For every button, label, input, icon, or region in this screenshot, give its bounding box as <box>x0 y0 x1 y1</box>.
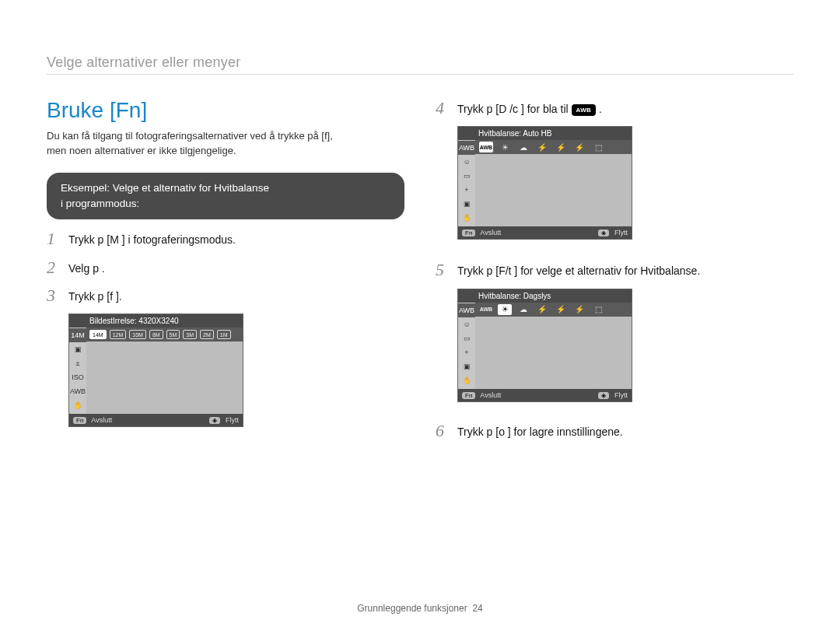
chip: 1M <box>217 330 231 339</box>
meter-icon: ▣ <box>458 359 475 373</box>
intro-line1: Du kan få tilgang til fotograferingsalte… <box>47 130 333 142</box>
face-icon: ☺ <box>458 317 475 331</box>
chip: 5M <box>166 330 180 339</box>
wb-option-icon: ☀ <box>498 142 512 152</box>
fn-button-label: Fn <box>73 417 86 424</box>
wb-option-icon: ☀ <box>498 304 512 315</box>
lcd-chip-row: 14M 12M 10M 8M 5M 3M 2M 1M <box>86 328 243 342</box>
intro-line2: men noen alternativer er ikke tilgjengel… <box>47 145 236 156</box>
wb-icon: AWB <box>69 384 86 398</box>
hand-icon: ✋ <box>458 373 475 387</box>
step-3: 3 Trykk p [f ]. <box>47 285 404 306</box>
face-icon: ☺ <box>458 155 475 169</box>
wb-option-icon: ⚡ <box>535 142 549 152</box>
lcd-wb-row: AWB ☀ ☁ ⚡ ⚡ ⚡ ⬚ <box>475 140 632 154</box>
nav-button-icon: ◈ <box>598 392 609 399</box>
fn-button-label: Fn <box>462 392 475 399</box>
wb-icon: AWB <box>458 141 475 155</box>
wb-option-icon: ⚡ <box>554 304 568 315</box>
wb-option-icon: ⚡ <box>535 304 549 315</box>
callout-line1: Eksempel: Velge et alternativ for Hvitba… <box>61 182 269 194</box>
focus-icon: + <box>458 345 475 359</box>
step-number: 4 <box>436 98 450 118</box>
intro-text: Du kan få tilgang til fotograferingsalte… <box>47 129 404 159</box>
iso2-icon: ISO <box>69 370 86 384</box>
area-icon: ▭ <box>458 169 475 183</box>
step-text: Trykk p [f ]. <box>68 285 122 304</box>
lcd-exit-label: Avslutt <box>480 391 501 399</box>
nav-button-icon: ◈ <box>598 229 609 236</box>
fn-button-label: Fn <box>462 229 475 236</box>
focus-icon: + <box>458 183 475 197</box>
footer-page-number: 24 <box>472 603 482 614</box>
lcd-move-label: Flytt <box>614 391 628 399</box>
lcd-exit-label: Avslutt <box>480 229 501 236</box>
right-column: 4 Trykk p [D /c ] for bla til AWB . ISO … <box>436 98 793 449</box>
quality-icon: ▣ <box>69 342 86 356</box>
wb-option-icon: ⚡ <box>572 142 586 152</box>
step-5: 5 Trykk p [F/t ] for velge et alternativ… <box>436 260 793 280</box>
lcd-bottombar: Fn Avslutt ◈ Flytt <box>69 414 243 426</box>
step-2: 2 Velg p . <box>47 257 404 278</box>
lcd-move-label: Flytt <box>614 229 628 236</box>
chip: 12M <box>110 330 127 339</box>
ev-icon: ± <box>69 356 86 370</box>
step-text: Trykk p [M ] i fotograferingsmodus. <box>68 229 236 247</box>
wb-option-icon: AWB <box>479 142 493 152</box>
step-1: 1 Trykk p [M ] i fotograferingsmodus. <box>47 229 404 249</box>
area-icon: ▭ <box>458 331 475 345</box>
hand-icon: ✋ <box>69 398 86 412</box>
step-text: Trykk p [F/t ] for velge et alternativ f… <box>457 260 700 278</box>
lcd-wb-row: AWB ☀ ☁ ⚡ ⚡ ⚡ ⬚ <box>475 303 632 317</box>
chip: 8M <box>149 330 163 339</box>
chip: 10M <box>129 330 146 339</box>
chip: 2M <box>200 330 214 339</box>
lcd-move-label: Flytt <box>226 416 239 424</box>
lcd-bottombar: Fn Avslutt ◈ Flytt <box>458 226 632 239</box>
wb-option-icon: ☁ <box>516 142 530 152</box>
wb-option-icon: ⬚ <box>591 304 605 315</box>
step-4: 4 Trykk p [D /c ] for bla til AWB . <box>436 98 793 118</box>
awb-badge-icon: AWB <box>572 104 597 117</box>
wb-option-icon: ⬚ <box>591 142 605 152</box>
step-text: Trykk p [D /c ] for bla til AWB . <box>457 98 602 117</box>
hand-icon: ✋ <box>458 211 475 225</box>
step-number: 1 <box>47 229 61 249</box>
step-number: 2 <box>47 257 61 278</box>
lcd-sidebar: ISO AWB ☺ ▭ + ▣ ✋ <box>458 289 475 389</box>
footer-label: Grunnleggende funksjoner <box>357 603 467 614</box>
meter-icon: ▣ <box>458 197 475 211</box>
size-icon: 14M <box>69 328 86 342</box>
step-text: Velg p . <box>68 257 105 276</box>
callout-line2: i programmodus: <box>61 198 139 209</box>
page-footer: Grunnleggende funksjoner 24 <box>0 603 840 614</box>
lcd-sidebar: ISO AWB ☺ ▭ + ▣ ✋ <box>458 127 475 226</box>
lcd-title: Hvitbalanse: Auto HB <box>458 127 632 140</box>
step-text: Trykk p [o ] for lagre innstillingene. <box>457 421 623 440</box>
wb-option-icon: AWB <box>479 304 493 315</box>
chip: 14M <box>89 330 107 339</box>
breadcrumb: Velge alternativer eller menyer <box>47 54 793 75</box>
step-4-text: Trykk p [D /c ] for bla til <box>457 103 572 115</box>
example-callout: Eksempel: Velge et alternativ for Hvitba… <box>47 173 404 220</box>
wb-option-icon: ☁ <box>516 304 530 315</box>
lcd-sidebar: ▲ 14M ▣ ± ISO AWB ✋ <box>69 314 86 414</box>
lcd-screenshot-wb-auto: ISO AWB ☺ ▭ + ▣ ✋ Hvitbalanse: Auto HB A… <box>457 126 632 240</box>
lcd-title: Hvitbalanse: Dagslys <box>458 289 632 303</box>
lcd-title: BildestIrrelse: 4320X3240 <box>69 314 243 328</box>
lcd-screenshot-wb-daylight: ISO AWB ☺ ▭ + ▣ ✋ Hvitbalanse: Dagslys A… <box>457 289 632 402</box>
step-number: 3 <box>47 285 61 306</box>
chip: 3M <box>183 330 197 339</box>
lcd-bottombar: Fn Avslutt ◈ Flytt <box>458 389 632 401</box>
step-4-dot: . <box>599 103 602 115</box>
lcd-screenshot-size: ▲ 14M ▣ ± ISO AWB ✋ BildestIrrelse: 4320… <box>68 313 243 427</box>
nav-button-icon: ◈ <box>209 417 220 424</box>
section-title: Bruke [Fn] <box>47 98 404 123</box>
step-6: 6 Trykk p [o ] for lagre innstillingene. <box>436 421 793 441</box>
step-number: 5 <box>436 260 450 280</box>
wb-option-icon: ⚡ <box>572 304 586 315</box>
wb-option-icon: ⚡ <box>554 142 568 152</box>
lcd-exit-label: Avslutt <box>91 416 112 424</box>
left-column: Bruke [Fn] Du kan få tilgang til fotogra… <box>47 98 404 449</box>
wb-icon: AWB <box>458 303 475 317</box>
